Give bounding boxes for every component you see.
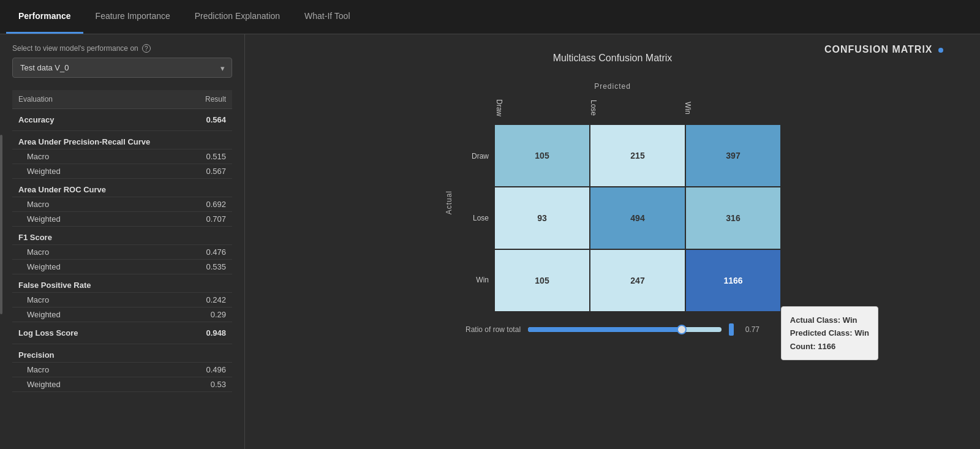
select-label: Select to view model's performance on ? (12, 44, 232, 53)
slider-label-text: Ratio of row total (466, 325, 521, 334)
metrics-section-header: Area Under ROC Curve (12, 179, 232, 197)
metrics-sub-row: Weighted0.567 (12, 164, 232, 179)
cell-tooltip: Actual Class: Win Predicted Class: Win C… (781, 306, 878, 361)
title-dot (938, 48, 943, 53)
metric-label: Weighted (12, 308, 153, 322)
metric-label: Weighted (12, 260, 153, 274)
section-label: Area Under ROC Curve (12, 179, 232, 197)
matrix-cell-1-1[interactable]: 494 (590, 187, 685, 249)
metric-value: 0.535 (153, 260, 232, 274)
actual-label-text: Actual (445, 191, 453, 214)
slider-track[interactable] (528, 327, 722, 332)
metric-label: Weighted (12, 377, 153, 392)
select-label-text: Select to view model's performance on (12, 44, 138, 53)
col-header-win: Win (684, 94, 778, 125)
metric-label: Weighted (12, 164, 153, 179)
metric-label: Weighted (12, 212, 153, 227)
slider-fill (528, 327, 683, 332)
metric-value: 0.948 (153, 322, 232, 344)
data-select-wrapper: Test data V_0 Test data V_1 Training dat… (12, 58, 232, 78)
tab-prediction-explanation[interactable]: Prediction Explanation (183, 0, 292, 34)
metric-label: Macro (12, 149, 153, 164)
metrics-sub-row: Weighted0.53 (12, 377, 232, 392)
metric-label: Macro (12, 245, 153, 260)
main-layout: Select to view model's performance on ? … (0, 34, 980, 449)
metrics-single-row: Log Loss Score0.948 (12, 322, 232, 344)
metrics-table: Evaluation Result Accuracy0.564Area Unde… (12, 90, 232, 392)
section-label: Area Under Precision-Recall Curve (12, 131, 232, 149)
metrics-sub-row: Macro0.515 (12, 149, 232, 164)
tab-prediction-explanation-label: Prediction Explanation (195, 11, 280, 21)
metrics-section-header: Precision (12, 344, 232, 363)
section-label: False Positive Rate (12, 274, 232, 293)
row-header-lose: Lose (458, 187, 489, 249)
metric-label: Log Loss Score (12, 322, 153, 344)
metric-value: 0.476 (153, 245, 232, 260)
metric-value: 0.567 (153, 164, 232, 179)
metrics-sub-row: Macro0.242 (12, 293, 232, 308)
confusion-matrix-title-top: CONFUSION MATRIX (824, 44, 943, 55)
left-border-decoration (0, 135, 2, 314)
row-header-win: Win (458, 249, 489, 311)
metric-value: 0.564 (153, 109, 232, 131)
metric-label: Accuracy (12, 109, 153, 131)
row-headers: Draw Lose Win (458, 125, 495, 311)
col-header-evaluation: Evaluation (12, 90, 153, 109)
section-label: Precision (12, 344, 232, 363)
col-headers: Draw Lose Win (495, 94, 780, 125)
metric-label: Macro (12, 293, 153, 308)
metrics-section-header: Area Under Precision-Recall Curve (12, 131, 232, 149)
col-header-draw: Draw (495, 94, 589, 125)
row-header-draw: Draw (458, 126, 489, 187)
tab-what-if-tool[interactable]: What-If Tool (292, 0, 362, 34)
chart-title-text: Multiclass Confusion Matrix (553, 53, 673, 63)
metrics-table-body: Accuracy0.564Area Under Precision-Recall… (12, 109, 232, 392)
metrics-sub-row: Macro0.496 (12, 363, 232, 377)
metrics-section-header: False Positive Rate (12, 274, 232, 293)
predicted-label-text: Predicted (594, 82, 631, 91)
info-icon[interactable]: ? (142, 44, 151, 53)
left-panel: Select to view model's performance on ? … (0, 34, 245, 449)
section-label: F1 Score (12, 227, 232, 245)
tab-what-if-tool-label: What-If Tool (304, 11, 350, 21)
matrix-cell-0-1[interactable]: 215 (590, 125, 685, 186)
tab-feature-importance[interactable]: Feature Importance (83, 0, 183, 34)
data-select[interactable]: Test data V_0 Test data V_1 Training dat… (12, 58, 232, 78)
matrix-grid-wrapper: Draw Lose Win 105 215 397 93 494 (458, 125, 780, 311)
actual-axis-label: Actual (445, 191, 453, 214)
metrics-sub-row: Macro0.476 (12, 245, 232, 260)
metric-value: 0.692 (153, 197, 232, 212)
metrics-section-header: F1 Score (12, 227, 232, 245)
right-panel: CONFUSION MATRIX Multiclass Confusion Ma… (245, 34, 980, 449)
matrix-cell-2-2[interactable]: 1166 Actual Class: Win Predicted Class: … (686, 250, 780, 311)
top-navigation: Performance Feature Importance Predictio… (0, 0, 980, 34)
matrix-cell-0-2[interactable]: 397 (686, 125, 780, 186)
matrix-cell-2-0[interactable]: 105 (495, 250, 589, 311)
metric-value: 0.29 (153, 308, 232, 322)
metrics-sub-row: Weighted0.29 (12, 308, 232, 322)
metric-value: 0.53 (153, 377, 232, 392)
metric-value: 0.515 (153, 149, 232, 164)
slider-label: Ratio of row total (466, 325, 521, 334)
tab-performance-label: Performance (18, 11, 71, 21)
matrix-cell-0-0[interactable]: 105 (495, 125, 589, 186)
slider-section: Ratio of row total 0.77 (466, 323, 760, 336)
metrics-sub-row: Weighted0.535 (12, 260, 232, 274)
matrix-cell-2-1[interactable]: 247 (590, 250, 685, 311)
matrix-inner: Actual Draw Lose Win Draw Lose W (445, 94, 780, 311)
matrix-cell-1-2[interactable]: 316 (686, 187, 780, 249)
tooltip-actual: Actual Class: Win (790, 314, 869, 326)
confusion-matrix-container: Predicted Actual Draw Lose Win (445, 82, 780, 336)
slider-thumb[interactable] (677, 325, 687, 334)
confusion-matrix-grid: 105 215 397 93 494 316 105 247 1166 (495, 125, 780, 311)
metric-value: 0.707 (153, 212, 232, 227)
slider-value: 0.77 (741, 325, 760, 334)
matrix-with-labels: Draw Lose Win Draw Lose Win (458, 94, 780, 311)
tab-performance[interactable]: Performance (6, 0, 83, 34)
metric-label: Macro (12, 363, 153, 377)
matrix-cell-1-0[interactable]: 93 (495, 187, 589, 249)
metrics-sub-row: Macro0.692 (12, 197, 232, 212)
metric-value: 0.242 (153, 293, 232, 308)
metrics-table-header-row: Evaluation Result (12, 90, 232, 109)
metric-value: 0.496 (153, 363, 232, 377)
